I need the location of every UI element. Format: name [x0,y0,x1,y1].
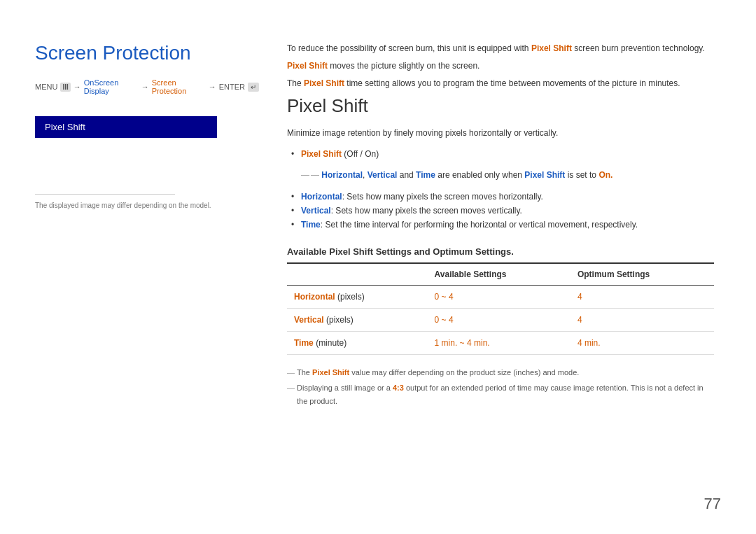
bullet-horizontal: Horizontal: Sets how many pixels the scr… [301,190,714,204]
bullet-item-pixel-shift: Pixel Shift (Off / On) [301,147,714,161]
comma1: , [363,170,368,180]
page-title: Screen Protection [35,42,259,64]
breadcrumb-enter-icon: ↵ [248,83,259,92]
settings-table: Available Settings Optimum Settings Hori… [287,262,714,355]
vertical-optimum: 4 [570,308,714,331]
horizontal-label: Horizontal [301,192,342,202]
vertical-cell-label: Vertical [294,315,324,325]
horizontal-available: 0 ~ 4 [428,285,570,308]
table-row-vertical: Vertical (pixels) 0 ~ 4 4 [287,308,714,331]
left-footnote: The displayed image may differ depending… [35,202,259,209]
pixel-shift-offon: (Off / On) [342,149,379,159]
menu-icon: III [60,83,70,92]
time-optimum: 4 min. [570,331,714,354]
horizontal-cell-label: Horizontal [294,292,335,302]
vertical-ref: Vertical [368,170,398,180]
col-available: Available Settings [428,263,570,286]
time-cell-unit: (minute) [314,338,346,348]
time-available: 1 min. ~ 4 min. [428,331,570,354]
pixel-shift-nav-item[interactable]: Pixel Shift [35,116,217,138]
set-to: is set to [565,170,598,180]
time-cell-label: Time [294,338,314,348]
horizontal-ref: Horizontal [321,170,363,180]
col-label [287,263,428,286]
time-label: Time [301,220,321,230]
breadcrumb-arrow3: → [209,83,216,91]
row-vertical-label: Vertical (pixels) [287,308,428,331]
enabled-text: are enabled only when [435,170,524,180]
vertical-desc: : Sets how many pixels the screen moves … [331,206,522,216]
pixel-shift-ref-4: Pixel Shift [524,170,565,180]
page-container: Screen Protection MENU III → OnScreen Di… [0,0,756,534]
breadcrumb-arrow1: → [74,83,81,91]
and-time: and [397,170,416,180]
horizontal-desc: : Sets how many pixels the screen moves … [342,192,543,202]
row-time-label: Time (minute) [287,331,428,354]
time-ref: Time [416,170,435,180]
intro-line-2: Pixel Shift moves the picture slightly o… [287,59,714,73]
intro-line-3: The Pixel Shift time setting allows you … [287,77,714,90]
left-panel: Screen Protection MENU III → OnScreen Di… [35,42,259,492]
sub-note-enabled: — Horizontal, Vertical and Time are enab… [301,168,714,182]
bullet-vertical: Vertical: Sets how many pixels the scree… [301,204,714,218]
breadcrumb: MENU III → OnScreen Display → Screen Pro… [35,78,259,95]
page-number: 77 [704,495,721,513]
breadcrumb-onscreen: OnScreen Display [84,78,139,95]
ratio-ref: 4:3 [393,384,404,392]
intro-line-1: To reduce the possibility of screen burn… [287,42,714,55]
breadcrumb-screen-protection: Screen Protection [152,78,206,95]
bottom-notes: The Pixel Shift value may differ dependi… [287,366,714,408]
minimize-text: Minimize image retention by finely movin… [287,127,714,140]
pixel-shift-fn1: Pixel Shift [312,368,349,377]
pixel-shift-ref-1: Pixel Shift [531,43,572,53]
table-heading: Available Pixel Shift Settings and Optim… [287,246,714,257]
vertical-label: Vertical [301,206,331,216]
table-header-row: Available Settings Optimum Settings [287,263,714,286]
pixel-shift-bullet: Pixel Shift [301,149,342,159]
bullet-list-2: Horizontal: Sets how many pixels the scr… [301,190,714,232]
table-row-time: Time (minute) 1 min. ~ 4 min. 4 min. [287,331,714,354]
col-optimum: Optimum Settings [570,263,714,286]
bullet-time: Time: Set the time interval for performi… [301,218,714,232]
pixel-shift-ref-2: Pixel Shift [287,61,328,71]
row-horizontal-label: Horizontal (pixels) [287,285,428,308]
time-desc: : Set the time interval for performing t… [321,220,638,230]
table-row-horizontal: Horizontal (pixels) 0 ~ 4 4 [287,285,714,308]
on-ref: On. [598,170,612,180]
horizontal-optimum: 4 [570,285,714,308]
right-panel: To reduce the possibility of screen burn… [287,42,714,492]
pixel-shift-ref-3: Pixel Shift [304,78,344,88]
table-section: Available Pixel Shift Settings and Optim… [287,246,714,355]
horizontal-cell-unit: (pixels) [335,292,365,302]
left-divider [35,194,175,195]
breadcrumb-arrow2: → [141,83,149,91]
vertical-cell-unit: (pixels) [324,315,354,325]
footnote-1: The Pixel Shift value may differ dependi… [287,366,714,379]
bullet-list-1: Pixel Shift (Off / On) [301,147,714,161]
breadcrumb-enter: ENTER [219,83,245,91]
breadcrumb-menu: MENU [35,83,57,91]
vertical-available: 0 ~ 4 [428,308,570,331]
pixel-shift-title: Pixel Shift [287,95,714,117]
footnote-2: Displaying a still image or a 4:3 output… [287,381,714,407]
